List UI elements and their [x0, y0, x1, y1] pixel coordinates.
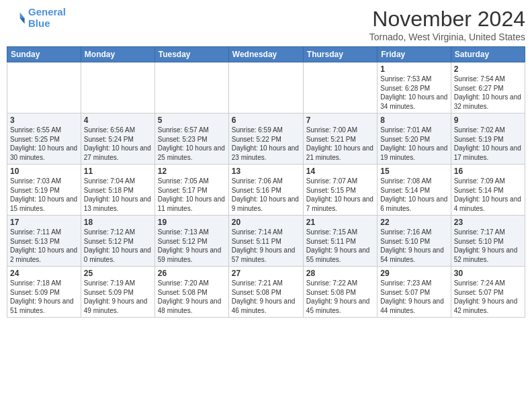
day-info: Sunrise: 7:11 AM Sunset: 5:13 PM Dayligh…: [10, 228, 78, 264]
day-number: 27: [232, 269, 300, 278]
calendar-cell: 5Sunrise: 6:57 AM Sunset: 5:23 PM Daylig…: [154, 113, 228, 165]
calendar-week-1: 1Sunrise: 7:53 AM Sunset: 6:28 PM Daylig…: [7, 62, 525, 113]
day-number: 23: [454, 218, 522, 227]
calendar-cell: [81, 62, 154, 113]
calendar-cell: 17Sunrise: 7:11 AM Sunset: 5:13 PM Dayli…: [7, 216, 81, 267]
day-info: Sunrise: 7:12 AM Sunset: 5:12 PM Dayligh…: [84, 228, 152, 264]
day-number: 4: [84, 116, 152, 125]
day-number: 12: [158, 167, 226, 176]
calendar-cell: 25Sunrise: 7:19 AM Sunset: 5:09 PM Dayli…: [81, 267, 154, 318]
calendar-cell: 19Sunrise: 7:13 AM Sunset: 5:12 PM Dayli…: [154, 216, 228, 267]
day-info: Sunrise: 7:14 AM Sunset: 5:11 PM Dayligh…: [232, 228, 300, 264]
calendar-cell: 12Sunrise: 7:05 AM Sunset: 5:17 PM Dayli…: [154, 165, 228, 216]
calendar-header-tuesday: Tuesday: [154, 47, 228, 62]
page-header: General Blue November 2024 Tornado, West…: [7, 7, 525, 42]
calendar-cell: [154, 62, 228, 113]
day-number: 15: [380, 167, 447, 176]
calendar-cell: 15Sunrise: 7:08 AM Sunset: 5:14 PM Dayli…: [378, 165, 451, 216]
svg-marker-0: [20, 12, 25, 17]
day-number: 29: [380, 269, 447, 278]
day-info: Sunrise: 7:21 AM Sunset: 5:08 PM Dayligh…: [232, 279, 300, 315]
calendar-body: 1Sunrise: 7:53 AM Sunset: 6:28 PM Daylig…: [7, 62, 525, 318]
day-info: Sunrise: 7:01 AM Sunset: 5:20 PM Dayligh…: [380, 126, 447, 162]
calendar-cell: 14Sunrise: 7:07 AM Sunset: 5:15 PM Dayli…: [303, 165, 377, 216]
calendar-cell: 6Sunrise: 6:59 AM Sunset: 5:22 PM Daylig…: [228, 113, 303, 165]
day-info: Sunrise: 6:56 AM Sunset: 5:24 PM Dayligh…: [84, 126, 152, 162]
calendar-cell: 16Sunrise: 7:09 AM Sunset: 5:14 PM Dayli…: [451, 165, 525, 216]
day-info: Sunrise: 7:16 AM Sunset: 5:10 PM Dayligh…: [380, 228, 447, 264]
calendar-week-3: 10Sunrise: 7:03 AM Sunset: 5:19 PM Dayli…: [7, 165, 525, 216]
calendar-header-thursday: Thursday: [303, 47, 377, 62]
logo-icon: [7, 9, 26, 28]
day-number: 17: [10, 218, 78, 227]
day-number: 24: [10, 269, 78, 278]
day-number: 25: [84, 269, 152, 278]
day-number: 11: [84, 167, 152, 176]
day-number: 20: [232, 218, 300, 227]
day-number: 21: [306, 218, 374, 227]
day-number: 16: [454, 167, 522, 176]
logo-text: General Blue: [28, 7, 66, 29]
day-info: Sunrise: 7:53 AM Sunset: 6:28 PM Dayligh…: [380, 75, 447, 111]
calendar-cell: 10Sunrise: 7:03 AM Sunset: 5:19 PM Dayli…: [7, 165, 81, 216]
day-info: Sunrise: 7:54 AM Sunset: 6:27 PM Dayligh…: [454, 75, 522, 111]
calendar-cell: 4Sunrise: 6:56 AM Sunset: 5:24 PM Daylig…: [81, 113, 154, 165]
day-info: Sunrise: 7:08 AM Sunset: 5:14 PM Dayligh…: [380, 177, 447, 213]
day-info: Sunrise: 7:20 AM Sunset: 5:08 PM Dayligh…: [158, 279, 226, 315]
calendar-cell: [7, 62, 81, 113]
calendar-cell: 13Sunrise: 7:06 AM Sunset: 5:16 PM Dayli…: [228, 165, 303, 216]
logo-line2: Blue: [28, 17, 50, 29]
day-number: 5: [158, 116, 226, 125]
month-title: November 2024: [369, 7, 525, 32]
day-number: 9: [454, 116, 522, 125]
day-info: Sunrise: 7:09 AM Sunset: 5:14 PM Dayligh…: [454, 177, 522, 213]
day-info: Sunrise: 7:05 AM Sunset: 5:17 PM Dayligh…: [158, 177, 226, 213]
calendar-week-4: 17Sunrise: 7:11 AM Sunset: 5:13 PM Dayli…: [7, 216, 525, 267]
calendar-cell: 9Sunrise: 7:02 AM Sunset: 5:19 PM Daylig…: [451, 113, 525, 165]
day-info: Sunrise: 7:15 AM Sunset: 5:11 PM Dayligh…: [306, 228, 374, 264]
calendar-header-friday: Friday: [378, 47, 451, 62]
day-info: Sunrise: 7:17 AM Sunset: 5:10 PM Dayligh…: [454, 228, 522, 264]
calendar-cell: [303, 62, 377, 113]
calendar-cell: 2Sunrise: 7:54 AM Sunset: 6:27 PM Daylig…: [451, 62, 525, 113]
day-number: 1: [380, 64, 447, 74]
day-info: Sunrise: 7:06 AM Sunset: 5:16 PM Dayligh…: [232, 177, 300, 213]
day-number: 10: [10, 167, 78, 176]
calendar-cell: 26Sunrise: 7:20 AM Sunset: 5:08 PM Dayli…: [154, 267, 228, 318]
day-info: Sunrise: 7:03 AM Sunset: 5:19 PM Dayligh…: [10, 177, 78, 213]
calendar-cell: 28Sunrise: 7:22 AM Sunset: 5:08 PM Dayli…: [303, 267, 377, 318]
day-info: Sunrise: 7:13 AM Sunset: 5:12 PM Dayligh…: [158, 228, 226, 264]
day-info: Sunrise: 7:07 AM Sunset: 5:15 PM Dayligh…: [306, 177, 374, 213]
calendar-week-5: 24Sunrise: 7:18 AM Sunset: 5:09 PM Dayli…: [7, 267, 525, 318]
day-number: 7: [306, 116, 374, 125]
calendar-header-wednesday: Wednesday: [228, 47, 303, 62]
calendar-cell: 18Sunrise: 7:12 AM Sunset: 5:12 PM Dayli…: [81, 216, 154, 267]
calendar-cell: 21Sunrise: 7:15 AM Sunset: 5:11 PM Dayli…: [303, 216, 377, 267]
day-info: Sunrise: 6:59 AM Sunset: 5:22 PM Dayligh…: [232, 126, 300, 162]
day-info: Sunrise: 7:00 AM Sunset: 5:21 PM Dayligh…: [306, 126, 374, 162]
calendar-cell: 8Sunrise: 7:01 AM Sunset: 5:20 PM Daylig…: [378, 113, 451, 165]
logo: General Blue: [7, 7, 66, 29]
calendar-cell: 7Sunrise: 7:00 AM Sunset: 5:21 PM Daylig…: [303, 113, 377, 165]
day-number: 22: [380, 218, 447, 227]
day-info: Sunrise: 7:02 AM Sunset: 5:19 PM Dayligh…: [454, 126, 522, 162]
calendar-cell: 30Sunrise: 7:24 AM Sunset: 5:07 PM Dayli…: [451, 267, 525, 318]
calendar-cell: 11Sunrise: 7:04 AM Sunset: 5:18 PM Dayli…: [81, 165, 154, 216]
calendar-cell: [228, 62, 303, 113]
day-info: Sunrise: 7:18 AM Sunset: 5:09 PM Dayligh…: [10, 279, 78, 315]
day-number: 28: [306, 269, 374, 278]
calendar-header-row: SundayMondayTuesdayWednesdayThursdayFrid…: [7, 47, 525, 62]
day-number: 8: [380, 116, 447, 125]
calendar-table: SundayMondayTuesdayWednesdayThursdayFrid…: [7, 46, 525, 318]
day-number: 30: [454, 269, 522, 278]
logo-line1: General: [28, 6, 66, 17]
calendar-header-sunday: Sunday: [7, 47, 81, 62]
calendar-cell: 1Sunrise: 7:53 AM Sunset: 6:28 PM Daylig…: [378, 62, 451, 113]
calendar-week-2: 3Sunrise: 6:55 AM Sunset: 5:25 PM Daylig…: [7, 113, 525, 165]
calendar-cell: 29Sunrise: 7:23 AM Sunset: 5:07 PM Dayli…: [378, 267, 451, 318]
day-number: 3: [10, 116, 78, 125]
calendar-cell: 20Sunrise: 7:14 AM Sunset: 5:11 PM Dayli…: [228, 216, 303, 267]
svg-marker-1: [20, 18, 25, 24]
day-number: 19: [158, 218, 226, 227]
calendar-cell: 27Sunrise: 7:21 AM Sunset: 5:08 PM Dayli…: [228, 267, 303, 318]
